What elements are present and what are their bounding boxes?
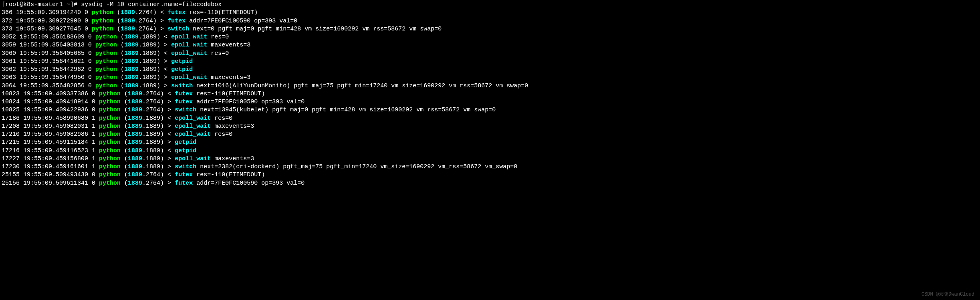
syscall-args: res=-110(ETIMEDOUT) [186, 9, 258, 16]
paren-open: ( [117, 50, 124, 57]
process-name: python [99, 147, 121, 154]
output-line: 372 19:55:09.309272900 0 python (1889.27… [2, 17, 978, 25]
evt-num: 3061 [2, 58, 16, 65]
pid: 1889 [124, 50, 139, 57]
paren-open: ( [117, 42, 124, 48]
tid-dir: .2764) > [135, 26, 167, 32]
timestamp: 19:55:09.309277045 [12, 26, 81, 32]
syscall: epoll_wait [175, 131, 211, 138]
output-line: 3064 19:55:09.356482856 0 python (1889.1… [2, 82, 978, 90]
cpu: 0 [81, 18, 92, 24]
evt-num: 17227 [2, 155, 20, 162]
output-line: 366 19:55:09.309194240 0 python (1889.27… [2, 9, 978, 17]
output-line: 17208 19:55:09.459082031 1 python (1889.… [2, 123, 978, 131]
process-name: python [95, 74, 117, 81]
tid-dir: .2764) > [135, 18, 167, 24]
syscall-args: maxevents=3 [211, 155, 254, 162]
output-line: 17215 19:55:09.459115184 1 python (1889.… [2, 139, 978, 147]
tid-dir: .2764) < [142, 91, 175, 97]
cpu: 0 [85, 66, 95, 73]
syscall: getpid [175, 147, 196, 154]
timestamp: 19:55:09.459156809 [20, 155, 88, 162]
evt-num: 3064 [2, 83, 16, 89]
process-name: python [95, 50, 117, 57]
prompt-close-bracket: ] [70, 1, 74, 8]
syscall: epoll_wait [175, 155, 211, 162]
tid-dir: .1889) < [139, 66, 171, 73]
process-name: python [92, 18, 113, 24]
tid-dir: .1889) > [139, 74, 171, 81]
timestamp: 19:55:09.458990680 [20, 115, 88, 122]
output-line: 17230 19:55:09.459161601 1 python (1889.… [2, 163, 978, 171]
tid-dir: .1889) > [139, 42, 171, 48]
evt-num: 366 [2, 9, 12, 16]
paren-open: ( [121, 180, 128, 187]
pid: 1889 [128, 131, 142, 138]
process-name: python [92, 9, 113, 16]
cpu: 0 [85, 83, 95, 89]
paren-open: ( [117, 83, 124, 89]
output-line: 3063 19:55:09.356474950 0 python (1889.1… [2, 74, 978, 82]
pid: 1889 [128, 171, 142, 178]
syscall-args: addr=7FE0FC100590 op=393 val=0 [186, 18, 297, 24]
tid-dir: .1889) < [142, 131, 175, 138]
paren-open: ( [121, 147, 128, 154]
evt-num: 3059 [2, 42, 16, 48]
syscall-args: res=0 [207, 34, 229, 40]
evt-num: 373 [2, 26, 12, 32]
process-name: python [99, 171, 121, 178]
pid: 1889 [128, 91, 142, 97]
pid: 1889 [128, 139, 142, 146]
syscall: epoll_wait [171, 42, 207, 48]
tid-dir: .1889) < [142, 115, 175, 122]
cpu: 0 [85, 34, 95, 40]
output-line: 3059 19:55:09.356403813 0 python (1889.1… [2, 41, 978, 49]
syscall-args: res=-110(ETIMEDOUT) [193, 171, 265, 178]
terminal-output: 366 19:55:09.309194240 0 python (1889.27… [2, 9, 978, 187]
syscall-args: maxevents=3 [211, 123, 254, 130]
tid-dir: .2764) < [135, 9, 167, 16]
syscall: futex [175, 180, 193, 187]
timestamp: 19:55:09.409337386 [20, 91, 88, 97]
process-name: python [99, 115, 121, 122]
pid: 1889 [124, 58, 139, 65]
cpu: 1 [88, 115, 99, 122]
evt-num: 17186 [2, 115, 20, 122]
syscall: epoll_wait [171, 50, 207, 57]
paren-open: ( [117, 58, 124, 65]
evt-num: 25156 [2, 180, 20, 187]
tid-dir: .2764) > [142, 107, 175, 113]
syscall-args: maxevents=3 [207, 74, 250, 81]
tid-dir: .1889) > [142, 155, 175, 162]
process-name: python [99, 139, 121, 146]
timestamp: 19:55:09.309194240 [12, 9, 81, 16]
pid: 1889 [128, 147, 142, 154]
pid: 1889 [121, 9, 135, 16]
command-line[interactable]: [root@k8s-master1 ~]# sysdig -M 10 conta… [2, 1, 978, 9]
prompt-host: k8s-master1 [23, 1, 63, 8]
cpu: 0 [88, 180, 99, 187]
process-name: python [99, 163, 121, 170]
evt-num: 17230 [2, 163, 20, 170]
cpu: 0 [85, 50, 95, 57]
syscall: futex [175, 99, 193, 105]
prompt-user: root [5, 1, 20, 8]
cpu: 0 [85, 42, 95, 48]
process-name: python [99, 107, 121, 113]
command-text: sysdig -M 10 container.name=filecodebox [81, 1, 222, 8]
evt-num: 10824 [2, 99, 20, 105]
tid-dir: .1889) > [139, 58, 171, 65]
prompt-dir: ~ [67, 1, 70, 8]
evt-num: 372 [2, 18, 12, 24]
syscall: switch [175, 107, 196, 113]
pid: 1889 [121, 18, 135, 24]
timestamp: 19:55:09.309272900 [12, 18, 81, 24]
process-name: python [99, 131, 121, 138]
evt-num: 10823 [2, 91, 20, 97]
tid-dir: .1889) < [142, 147, 175, 154]
tid-dir: .2764) > [142, 99, 175, 105]
paren-open: ( [117, 74, 124, 81]
process-name: python [99, 155, 121, 162]
timestamp: 19:55:09.356403813 [16, 42, 85, 48]
prompt-space [63, 1, 67, 8]
